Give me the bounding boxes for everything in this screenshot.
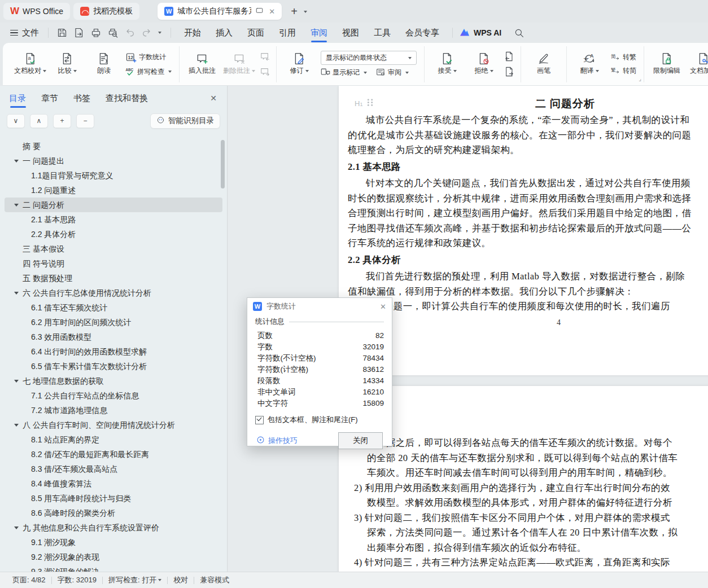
status-item[interactable]: 兼容模式 <box>194 575 235 585</box>
sidebar-tab-章节[interactable]: 章节 <box>41 86 58 111</box>
sidebar-tab-查找和替换[interactable]: 查找和替换 <box>106 86 148 111</box>
ribbon-button-comment-add[interactable]: 插入批注 <box>185 47 220 82</box>
sidebar-tab-目录[interactable]: 目录 <box>9 86 26 111</box>
toc-item[interactable]: 8.1 站点距离的界定 <box>5 432 222 447</box>
document-page-4[interactable]: H1 二 问题分析 城市公共自行车系统是一个复杂的系统，“牵一发而动全身”，其机… <box>339 86 708 375</box>
search-icon[interactable] <box>514 28 525 38</box>
ribbon-button-translate[interactable]: 文A翻译 <box>572 47 607 82</box>
include-textbox-checkbox[interactable]: 包括文本框、脚注和尾注(F) <box>255 415 384 425</box>
preview-icon[interactable] <box>105 25 121 40</box>
toc-item[interactable]: 六 公共自行车总体使用情况统计分析 <box>5 286 222 300</box>
toc-item[interactable]: 四 符号说明 <box>5 256 222 271</box>
expand-arrow-icon[interactable] <box>14 424 19 427</box>
toc-item[interactable]: 9.2 潮汐现象的表现 <box>5 550 222 564</box>
toc-item[interactable]: 1.1题目背景与研究意义 <box>5 168 222 183</box>
toc-item[interactable]: 2.2 具体分析 <box>5 227 222 242</box>
rev-prev-button[interactable] <box>504 51 514 62</box>
sidebar-tab-书签[interactable]: 书签 <box>73 86 90 111</box>
close-button[interactable]: 关闭 <box>338 432 383 449</box>
expand-arrow-icon[interactable] <box>14 380 19 383</box>
tab-wps-office[interactable]: W WPS Office <box>3 3 70 20</box>
toolbar-more-chevron-icon[interactable] <box>158 32 161 34</box>
tab-close-icon[interactable]: ✕ <box>269 7 275 16</box>
status-item[interactable]: 校对 <box>168 575 194 585</box>
toc-item[interactable]: 8.5 用车高峰时段统计与归类 <box>5 491 222 506</box>
sidebar-close-icon[interactable]: ✕ <box>210 94 217 103</box>
menu-tab-页面[interactable]: 页面 <box>240 23 272 43</box>
expand-arrow-icon[interactable] <box>14 160 19 163</box>
ribbon-small-button[interactable]: 12字数统计 <box>125 52 172 63</box>
ribbon-small-button[interactable]: ABC拼写检查 <box>125 67 172 77</box>
menu-tab-会员专享[interactable]: 会员专享 <box>398 23 447 43</box>
ribbon-button-comment-del[interactable]: 删除批注 <box>221 47 257 82</box>
ribbon-button-doc-proof[interactable]: a文档校对 <box>12 47 48 82</box>
collapse-all-button[interactable]: ∨ <box>7 114 25 128</box>
ribbon-button-doc-compare[interactable]: 比较 <box>50 47 85 82</box>
comment-prev-button[interactable] <box>260 51 270 62</box>
expand-arrow-icon[interactable] <box>14 204 19 207</box>
ribbon-button-doc-accept[interactable]: 接受 <box>430 47 465 82</box>
tips-link[interactable]: 操作技巧 <box>256 436 298 446</box>
undo-icon[interactable] <box>122 25 138 40</box>
file-menu-button[interactable]: 文件 <box>7 28 42 38</box>
redo-icon[interactable] <box>139 25 155 40</box>
toc-item[interactable]: 2.1 基本思路 <box>5 212 222 227</box>
document-page-5[interactable]: 有数据之后，即可以得到各站点每天的借车还车频次的统计数据。对每个的全部 20 天… <box>339 386 708 572</box>
smart-toc-button[interactable]: 智能识别目录 <box>150 113 220 129</box>
dialog-titlebar[interactable]: W 字数统计 ✕ <box>247 298 392 315</box>
tab-docer-templates[interactable]: 找稻壳模板 <box>73 3 139 20</box>
toc-item[interactable]: 6.4 出行时间的效用函数模型求解 <box>5 344 222 359</box>
toc-item[interactable]: 9.1 潮汐现象 <box>5 535 222 550</box>
comment-next-button[interactable] <box>260 67 270 77</box>
toc-item[interactable]: 8.3 借/还车频次最高站点 <box>5 462 222 476</box>
menu-tab-审阅[interactable]: 审阅 <box>303 23 335 43</box>
ribbon-button-doc-reject[interactable]: 拒绝 <box>466 47 501 82</box>
toc-item[interactable]: 6.5 借车卡累计借车次数统计分析 <box>5 359 222 374</box>
status-item[interactable]: 页面: 4/82 <box>7 575 51 585</box>
toc-item[interactable]: 6.3 效用函数模型 <box>5 330 222 344</box>
expand-arrow-icon[interactable] <box>14 292 19 295</box>
menu-tab-插入[interactable]: 插入 <box>208 23 240 43</box>
print-icon[interactable] <box>88 25 104 40</box>
export-icon[interactable] <box>71 25 87 40</box>
toc-item[interactable]: 五 数据预处理 <box>5 271 222 286</box>
drag-handle-icon[interactable] <box>366 98 374 108</box>
toc-item[interactable]: 八 公共自行车时间、空间使用情况统计分析 <box>5 418 222 432</box>
expand-all-button[interactable]: ∧ <box>30 114 48 128</box>
sidebar-scrollbar[interactable] <box>221 140 225 188</box>
toc-item[interactable]: 7.2 城市道路地理信息 <box>5 403 222 418</box>
toc-item[interactable]: 7.1 公共自行车站点的坐标信息 <box>5 388 222 403</box>
toc-item[interactable]: 七 地理信息数据的获取 <box>5 374 222 388</box>
toc-item[interactable]: 6.2 用车时间的区间频次统计 <box>5 315 222 330</box>
tab-document-active[interactable]: W 城市公共自行车服务系统运行 ✕ <box>158 3 282 20</box>
ribbon-button-doc-lock[interactable]: 限制编辑 <box>649 47 684 82</box>
menu-tab-引用[interactable]: 引用 <box>272 23 303 43</box>
zoom-in-level-button[interactable]: + <box>53 114 71 128</box>
ribbon-small-button[interactable]: 简转繁 <box>611 52 636 62</box>
menu-tab-工具[interactable]: 工具 <box>366 23 398 43</box>
ribbon-small-button[interactable]: 繁转简 <box>611 66 636 76</box>
toc-item[interactable]: 二 问题分析 <box>5 198 222 212</box>
menu-tab-开始[interactable]: 开始 <box>177 23 208 43</box>
status-item[interactable]: 拼写检查: 打开 <box>103 575 167 585</box>
wps-ai-label[interactable]: WPS AI <box>474 28 501 37</box>
ribbon-button-pen[interactable]: 画笔 <box>526 47 561 82</box>
toc-item[interactable]: 九 其他信息和公共自行车系统设置评价 <box>5 520 222 535</box>
ribbon-button-doc-key[interactable]: 文档加密 <box>686 47 708 82</box>
ribbon-button-doc-read[interactable]: 朗读 <box>86 47 121 82</box>
toc-item[interactable]: 摘 要 <box>5 139 222 153</box>
dialog-close-icon[interactable]: ✕ <box>380 302 386 311</box>
ribbon-small-button[interactable]: 审阅 <box>376 68 409 77</box>
status-item[interactable]: 字数: 32019 <box>52 575 102 585</box>
toc-item[interactable]: 1.2 问题重述 <box>5 183 222 198</box>
save-icon[interactable] <box>54 25 70 40</box>
ribbon-button-doc-revise[interactable]: 修订 <box>282 47 317 82</box>
checkbox-icon[interactable] <box>255 416 264 424</box>
expand-arrow-icon[interactable] <box>14 526 19 529</box>
toc-item[interactable]: 9.3 潮汐现象的解决 <box>5 564 222 572</box>
tab-list-chevron-icon[interactable] <box>304 11 307 13</box>
toc-item[interactable]: 8.6 高峰时段的聚类分析 <box>5 506 222 520</box>
ribbon-small-button[interactable]: 显示标记 <box>321 68 367 77</box>
heading-level-marker[interactable]: H1 <box>355 98 374 108</box>
menu-tab-视图[interactable]: 视图 <box>335 23 366 43</box>
